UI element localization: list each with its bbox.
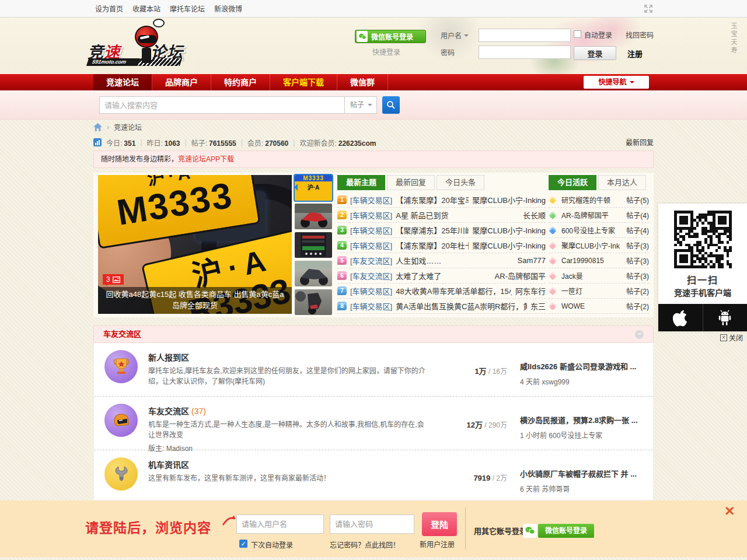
search-input[interactable] (99, 96, 344, 114)
thread-category-link[interactable]: [车辆交易区] (350, 285, 392, 296)
thread-category-link[interactable]: [车辆交易区] (350, 300, 392, 312)
nav-item-client-download[interactable]: 客户端下载 (270, 74, 337, 90)
overlay-login-button[interactable]: 登陆 (422, 512, 457, 536)
thread-category-link[interactable]: [车友交流区] (350, 255, 392, 266)
thumbnail-5[interactable] (295, 289, 332, 315)
thread-category-link[interactable]: [车辆交易区] (350, 194, 392, 205)
tab-month-stars[interactable]: 本月达人 (598, 175, 646, 190)
breadcrumb-current[interactable]: 竞速论坛 (114, 122, 142, 132)
section-title[interactable]: 车友交流区 (103, 330, 141, 338)
latest-post-link[interactable]: 横沙岛民报道，预算2.8求购一张 ... (520, 414, 644, 425)
thread-row[interactable]: 1[车辆交易区]【浦东聚摩】20年宝马拿聚摩CLUB小宁-Inking (337, 192, 546, 208)
overlay-password-input[interactable] (330, 514, 414, 534)
nav-item-special-merchants[interactable]: 特约商户 (211, 74, 270, 90)
active-user-row[interactable]: 聚摩CLUB小宁-Ink帖子(3) (549, 238, 649, 253)
collapse-section-button[interactable]: − (635, 330, 644, 339)
android-app-button[interactable] (703, 304, 747, 331)
thread-row[interactable]: 2[车辆交易区]A星 新品已到货长长顺 (337, 208, 546, 223)
auto-login-checkbox[interactable] (574, 30, 581, 38)
password-field[interactable] (479, 46, 571, 59)
set-homepage-link[interactable]: 设为首页 (95, 4, 123, 13)
thread-row[interactable]: 6[车友交流区]太难了太难了AR-岛牌郁国平 (337, 268, 546, 284)
latest-post-link[interactable]: 小伙骑原厂车被帽子叔叔拦下 并 ... (520, 468, 644, 479)
username-field[interactable] (479, 29, 571, 42)
thumbnail-2[interactable] (295, 204, 332, 229)
thread-category-link[interactable]: [车辆交易区] (350, 240, 392, 251)
home-icon[interactable] (93, 123, 102, 131)
thumbnail-4[interactable] (295, 261, 332, 286)
forum-title-link[interactable]: 新人报到区 (148, 351, 189, 363)
search-button[interactable] (382, 96, 400, 114)
thread-title-link[interactable]: A星 新品已到货 (396, 209, 519, 220)
thread-author-link[interactable]: 东三 (530, 300, 546, 312)
forgot-password-link[interactable]: 忘记密码？点此找回！ (330, 540, 400, 550)
fullscreen-expand-icon[interactable] (644, 4, 653, 13)
username-dropdown-icon[interactable] (464, 34, 469, 39)
thread-author-link[interactable]: AR-岛牌郁国平 (495, 270, 546, 281)
app-download-link[interactable]: 竞速论坛APP下载 (178, 155, 234, 163)
find-password-link[interactable]: 找回密码 (626, 30, 654, 40)
thread-author-link[interactable]: 阿东车行 (515, 285, 546, 296)
active-user-row[interactable]: Car19990815帖子(3) (549, 253, 649, 268)
tab-latest-topics[interactable]: 最新主题 (337, 175, 385, 190)
active-user-row[interactable]: WOWE帖子(2) (549, 299, 649, 314)
thread-author-link[interactable]: 聚摩CLUB小宁-Inking (472, 194, 546, 205)
moto-forum-link[interactable]: 摩托车论坛 (170, 4, 205, 13)
thread-category-link[interactable]: [车辆交易区] (350, 225, 392, 236)
active-user-row[interactable]: AR-岛牌郁国平帖子(4) (549, 208, 649, 223)
overlay-wechat-login-button[interactable]: 微信账号登录 (523, 524, 594, 538)
forum-title-link[interactable]: 车友交流区(37) (148, 405, 206, 416)
helmet-icon[interactable] (104, 404, 138, 437)
ios-app-button[interactable] (658, 304, 703, 331)
overlay-auto-login-checkbox[interactable]: ✓ (239, 540, 247, 548)
tab-today-headlines[interactable]: 今日头条 (437, 175, 484, 190)
thread-title-link[interactable]: 【聚摩浦东】25年川崎z9 (396, 225, 469, 236)
thumbnail-3[interactable] (295, 232, 332, 258)
quick-login-link[interactable]: 快捷登录 (372, 47, 400, 57)
overlay-register-link[interactable]: 新用户注册 (420, 539, 455, 549)
trophy-icon[interactable] (104, 350, 138, 383)
search-type-select[interactable]: 帖子 (344, 96, 377, 114)
tab-latest-replies[interactable]: 最新回复 (387, 175, 435, 190)
thread-row[interactable]: 4[车辆交易区]【浦东聚摩】20年杜卡迪聚摩CLUB小宁-Inking (337, 238, 546, 253)
thread-author-link[interactable]: 长长顺 (523, 209, 546, 220)
nav-item-wechat-group[interactable]: 微信群 (337, 74, 388, 90)
thread-title-link[interactable]: 太难了太难了 (396, 270, 491, 281)
thread-category-link[interactable]: [车友交流区] (350, 270, 392, 281)
active-user-row[interactable]: Jack曼帖子(3) (549, 268, 649, 284)
thread-row[interactable]: 7[车辆交易区]48大收黄A带车死单活单都行，15小收阿东车行 (337, 284, 546, 299)
tab-today-active[interactable]: 今日活跃 (549, 175, 596, 190)
site-logo[interactable]: 竞速论坛 591moto.com (88, 22, 193, 72)
active-user-row[interactable]: 一笸灯帖子(2) (549, 284, 649, 299)
quick-nav-button[interactable]: 快捷导航 (584, 76, 649, 89)
thumbnail-1[interactable]: M3333 沪·A (295, 175, 332, 201)
thread-category-link[interactable]: [车辆交易区] (350, 209, 392, 220)
nav-item-forum[interactable]: 竞速论坛 (93, 74, 152, 90)
thread-title-link[interactable]: 【浦东聚摩】20年杜卡迪 (396, 240, 469, 251)
thread-title-link[interactable]: 黄A活单出售互换黄C蓝A崇明R都行，黄C (396, 300, 527, 312)
thread-row[interactable]: 3[车辆交易区]【聚摩浦东】25年川崎z9聚摩CLUB小宁-Inking (337, 223, 546, 238)
thread-author-link[interactable]: Sam777 (518, 256, 546, 265)
bookmark-site-link[interactable]: 收藏本站 (132, 4, 160, 13)
latest-post-link[interactable]: 威llds2626 新盛公司登录游戏和 ... (520, 360, 644, 372)
wrench-icon[interactable] (104, 457, 138, 491)
active-user-row[interactable]: 研究榴莲的牛顿帖子(5) (549, 192, 649, 208)
thread-row[interactable]: 5[车友交流区]人生如戏……Sam777 (337, 253, 546, 268)
overlay-username-input[interactable] (236, 514, 324, 534)
forum-title-link[interactable]: 机车资讯区 (148, 459, 189, 470)
featured-slide[interactable]: 沪·A M3333 沪·A R3333 3 回收黄a48起黄c15起 收售各类商… (98, 175, 292, 314)
thread-row[interactable]: 8[车辆交易区]黄A活单出售互换黄C蓝A崇明R都行，黄C东三 (337, 299, 546, 314)
active-user-row[interactable]: 600号没挂上专家帖子(4) (549, 223, 649, 238)
sina-weibo-link[interactable]: 新浪微博 (214, 4, 242, 13)
thread-title-link[interactable]: 48大收黄A带车死单活单都行，15小收 (396, 285, 512, 296)
nav-item-brand-merchants[interactable]: 品牌商户 (152, 74, 211, 90)
wechat-login-button[interactable]: 微信账号登录 (355, 30, 426, 43)
latest-reply-link[interactable]: 最新回复 (626, 137, 654, 147)
login-button[interactable]: 登录 (574, 46, 616, 60)
thread-title-link[interactable]: 【浦东聚摩】20年宝马拿 (396, 194, 469, 205)
overlay-close-button[interactable]: × (725, 502, 734, 520)
thread-title-link[interactable]: 人生如戏…… (396, 255, 514, 266)
thread-author-link[interactable]: 聚摩CLUB小宁-Inking (472, 240, 546, 251)
thread-author-link[interactable]: 聚摩CLUB小宁-Inking (472, 225, 546, 236)
register-link[interactable]: 注册 (627, 48, 643, 59)
